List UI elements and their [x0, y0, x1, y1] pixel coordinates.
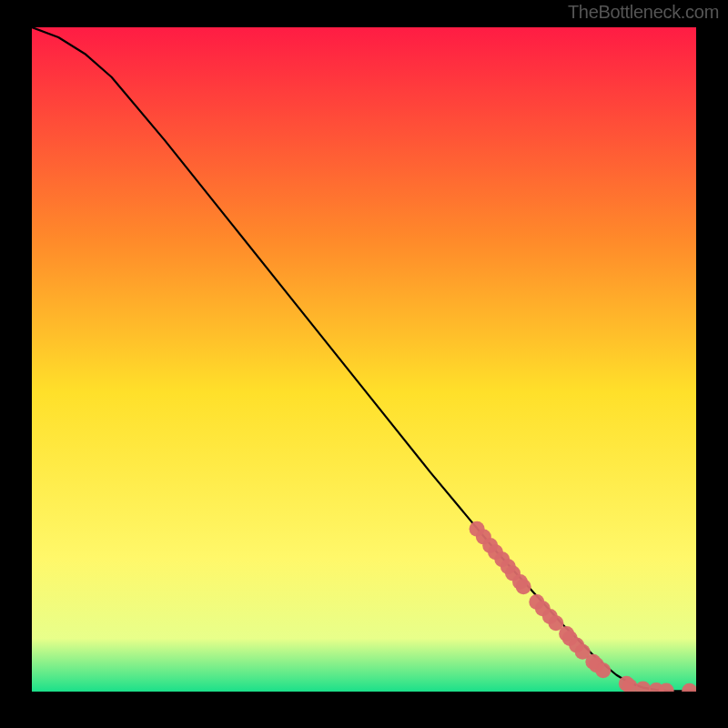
chart-svg — [32, 27, 696, 692]
gradient-background — [32, 27, 696, 692]
chart-plot — [32, 27, 696, 692]
data-marker — [516, 579, 531, 594]
watermark-text: TheBottleneck.com — [568, 2, 719, 23]
data-marker — [595, 662, 611, 678]
chart-frame: TheBottleneck.com — [0, 0, 728, 728]
